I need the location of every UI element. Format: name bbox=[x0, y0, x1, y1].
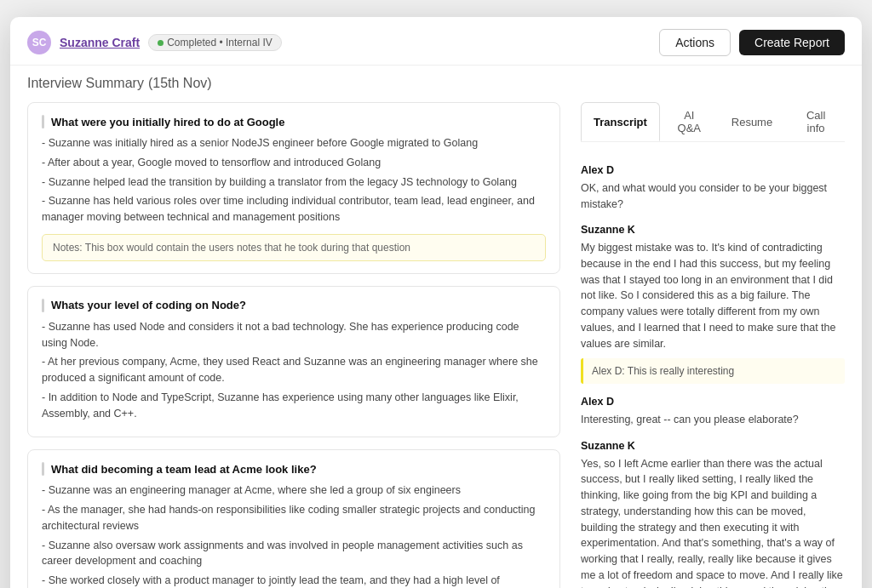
tabs-bar: TranscriptAI Q&AResumeCall info bbox=[581, 102, 845, 142]
speaker-text: Interesting, great -- can you please ela… bbox=[581, 412, 845, 428]
status-dot bbox=[158, 40, 164, 46]
answer-line: - As the manager, she had hands-on respo… bbox=[42, 502, 546, 534]
tab-resume[interactable]: Resume bbox=[719, 102, 785, 141]
answer-line: - Suzanne also oversaw work assignments … bbox=[42, 538, 546, 570]
speaker-name: Alex D bbox=[581, 394, 845, 410]
tab-call-info[interactable]: Call info bbox=[787, 102, 845, 141]
page-title-text: Interview Summary bbox=[27, 76, 144, 90]
answer-line: - She worked closely with a product mana… bbox=[42, 573, 546, 588]
question-title: What were you initially hired to do at G… bbox=[42, 115, 546, 128]
header-right: Actions Create Report bbox=[659, 29, 845, 56]
transcript-body: Alex DOK, and what would you consider to… bbox=[581, 152, 845, 588]
status-badge: Completed • Internal IV bbox=[148, 34, 282, 51]
user-name-link[interactable]: Suzanne Craft bbox=[60, 36, 140, 49]
left-panel: What were you initially hired to do at G… bbox=[27, 102, 564, 588]
answer-line: - At her previous company, Acme, they us… bbox=[42, 354, 546, 386]
status-text: Completed • Internal IV bbox=[167, 37, 272, 49]
speaker-text: My biggest mistake was to. It's kind of … bbox=[581, 240, 845, 351]
answer-line: - Suzanne helped lead the transition by … bbox=[42, 174, 546, 191]
speaker-text: Yes, so I left Acme earlier than there w… bbox=[581, 456, 845, 589]
answer-line: - In addition to Node and TypeScript, Su… bbox=[42, 390, 546, 422]
tab-transcript[interactable]: Transcript bbox=[581, 102, 660, 141]
answer-line: - After about a year, Google moved to te… bbox=[42, 155, 546, 171]
notes-box: Notes: This box would contain the users … bbox=[42, 234, 546, 261]
tab-ai-q&a[interactable]: AI Q&A bbox=[662, 102, 717, 141]
modal-header: SC Suzanne Craft Completed • Internal IV… bbox=[10, 17, 862, 66]
actions-button[interactable]: Actions bbox=[659, 29, 731, 56]
question-block: Whats your level of coding on Node?- Suz… bbox=[27, 286, 560, 438]
speaker-name: Suzanne K bbox=[581, 438, 845, 454]
modal-container: ✕ SC Suzanne Craft Completed • Internal … bbox=[10, 17, 862, 588]
speaker-name: Suzanne K bbox=[581, 222, 845, 238]
page-title: Interview Summary (15th Nov) bbox=[10, 66, 862, 102]
question-title: What did becoming a team lead at Acme lo… bbox=[42, 462, 546, 476]
avatar: SC bbox=[27, 31, 51, 54]
create-report-button[interactable]: Create Report bbox=[739, 30, 845, 55]
speaker-name: Alex D bbox=[581, 163, 845, 179]
highlight-box: Alex D: This is really interesting bbox=[581, 358, 845, 384]
answer-line: - Suzanne was an engineering manager at … bbox=[42, 482, 546, 499]
modal-body: What were you initially hired to do at G… bbox=[10, 102, 862, 588]
question-title: Whats your level of coding on Node? bbox=[42, 299, 546, 312]
answer-line: - Suzanne was initially hired as a senio… bbox=[42, 135, 546, 151]
answer-line: - Suzanne has used Node and considers it… bbox=[42, 319, 546, 351]
page-title-date: (15th Nov) bbox=[148, 76, 212, 90]
question-block: What were you initially hired to do at G… bbox=[27, 102, 560, 274]
speaker-text: OK, and what would you consider to be yo… bbox=[581, 180, 845, 213]
question-block: What did becoming a team lead at Acme lo… bbox=[27, 449, 560, 588]
answer-line: - Suzanne has held various roles over ti… bbox=[42, 193, 546, 225]
header-left: SC Suzanne Craft Completed • Internal IV bbox=[27, 31, 282, 54]
right-panel: TranscriptAI Q&AResumeCall info Alex DOK… bbox=[581, 102, 845, 588]
